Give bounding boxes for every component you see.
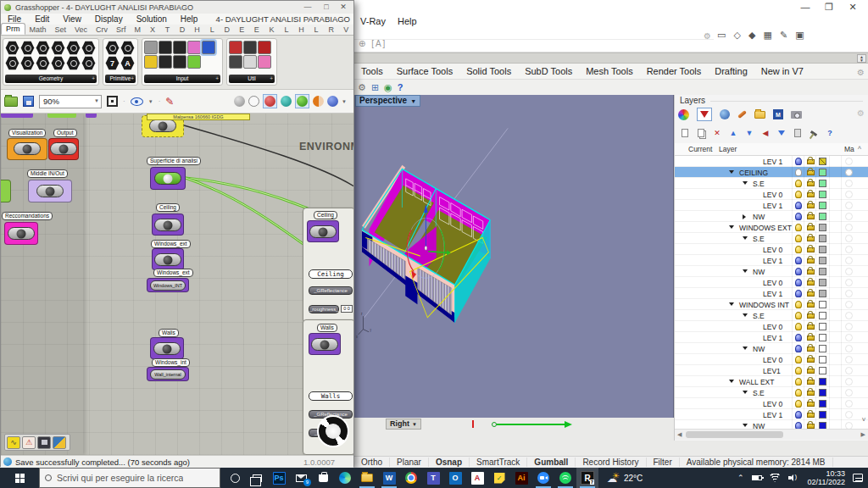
volume-icon[interactable]: ) [788,474,800,482]
zoom-combo[interactable]: 90%▼ [39,95,102,108]
component-icon[interactable] [81,41,96,55]
material-circle[interactable] [845,400,853,408]
menu-edit[interactable]: Edit [28,14,56,24]
tab-prm[interactable]: Prm [1,23,25,35]
chevron-down-icon[interactable] [743,181,748,185]
cherry-picker-icon[interactable] [229,41,242,54]
layer-row[interactable]: NW [675,420,868,429]
layer-color-swatch[interactable] [819,367,826,374]
image-sampler-icon[interactable] [187,55,201,69]
tab-h[interactable]: H [190,25,205,35]
wifi-icon[interactable] [770,474,781,482]
layer-row[interactable]: S.E [675,178,868,189]
layer-row[interactable]: LEV 1 [675,332,868,343]
layer-row[interactable]: S.E [675,387,868,398]
expand-icon[interactable]: + [131,75,134,83]
chevron-down-icon[interactable] [743,313,748,317]
lock-icon[interactable] [807,391,815,396]
status-smarttrack[interactable]: SmartTrack [470,458,527,467]
vray-toolbar-icons[interactable]: ▭ ◇ ◆ ▦ ✎ ▣ [717,30,807,41]
chevron-down-icon[interactable]: ▼ [342,99,347,104]
material-circle[interactable] [845,202,853,209]
material-circle[interactable] [845,213,853,220]
component[interactable] [14,142,41,155]
layer-row[interactable]: WINDOWS INT [675,299,868,310]
preview-eye-icon[interactable] [131,97,143,106]
spinner-icon[interactable]: ▲▼ [857,54,866,63]
tab-l[interactable]: L [204,25,220,35]
layer-color-swatch[interactable] [819,411,826,419]
material-circle[interactable] [845,169,853,176]
material-circle[interactable] [845,323,853,330]
material-circle[interactable] [845,246,853,253]
expand-icon[interactable]: + [270,75,273,83]
open-file-icon[interactable] [4,97,18,107]
document-preview-icon[interactable] [327,96,338,107]
tab-m[interactable]: M [131,25,146,35]
lock-icon[interactable] [807,358,815,363]
sketch-icon[interactable] [144,55,158,69]
bulb-icon[interactable] [795,389,802,396]
close-icon[interactable]: ✕ [841,2,865,13]
bulb-icon[interactable] [795,378,802,385]
save-file-icon[interactable] [23,96,34,107]
lock-icon[interactable] [807,203,815,208]
layer-color-swatch[interactable] [819,169,826,176]
lock-icon[interactable] [807,280,815,286]
chevron-down-icon[interactable] [729,225,734,229]
lock-icon[interactable] [807,181,815,186]
component[interactable] [36,185,64,197]
chevron-down-icon[interactable] [729,170,734,174]
toolbar-tab-subd-tools[interactable]: SubD Tools [518,66,579,76]
layer-color-swatch[interactable] [819,158,826,165]
ceiling-name-pill[interactable]: Ceiling [309,269,353,279]
gh-titlebar[interactable]: Grasshopper - 4- DAYLUGHT ANALISI PARABI… [1,1,353,14]
layer-color-swatch[interactable] [819,389,826,396]
material-circle[interactable] [845,279,853,286]
component-icon[interactable] [120,41,135,55]
material-circle[interactable] [845,257,853,264]
material-circle[interactable] [845,378,853,385]
sketch-pen-icon[interactable]: ✎ [165,97,174,107]
component-icon[interactable] [51,41,65,55]
material-circle[interactable] [845,367,853,374]
material-circle[interactable] [845,235,853,242]
lock-icon[interactable] [807,380,815,385]
flask-icon[interactable] [258,55,271,69]
material-circle[interactable] [845,389,853,396]
toolbar-tab-mesh-tools[interactable]: Mesh Tools [579,66,639,76]
bulb-icon[interactable] [795,235,802,242]
bulb-icon[interactable] [795,411,802,419]
bulb-icon[interactable] [795,224,802,231]
layer-color-swatch[interactable] [819,202,826,209]
taskbar-cortana[interactable] [224,468,246,488]
help-icon[interactable]: ? [825,128,835,138]
component[interactable] [309,225,337,238]
layer-row[interactable]: LEV 0 [675,398,868,409]
layer-row[interactable]: LEV 0 [675,321,868,332]
horizontal-scrollbar[interactable]: ◀ ▶ [675,429,868,440]
layer-row[interactable]: S.E [675,233,868,244]
shaded-preview-selected[interactable] [263,94,277,108]
viewport-tab-perspective[interactable]: Perspective▼ [355,95,420,107]
page-icon[interactable] [793,128,803,138]
tab-math[interactable]: Math [25,25,51,35]
taskbar-word[interactable]: W [378,468,400,488]
start-button[interactable] [0,468,39,488]
layer-row[interactable]: WALL EXT [675,376,868,387]
layer-color-swatch[interactable] [819,323,826,330]
layer-row[interactable]: LEV 0 [675,277,868,288]
status-ortho[interactable]: Ortho [354,458,390,467]
tab-l[interactable]: L [279,25,294,35]
component-icon[interactable] [36,56,50,70]
bulb-icon[interactable] [795,334,802,341]
partial-component[interactable] [47,114,76,118]
minimize-icon[interactable]: — [793,2,817,12]
bulb-icon[interactable] [795,400,802,408]
materials-tab-icon[interactable]: M [773,109,783,119]
sort-icon[interactable]: ^ [858,145,861,153]
bulb-icon[interactable] [795,202,802,209]
scroll-right-icon[interactable]: ▶ [861,431,865,438]
layer-color-swatch[interactable] [819,180,826,187]
component-icon[interactable]: A [120,56,135,70]
